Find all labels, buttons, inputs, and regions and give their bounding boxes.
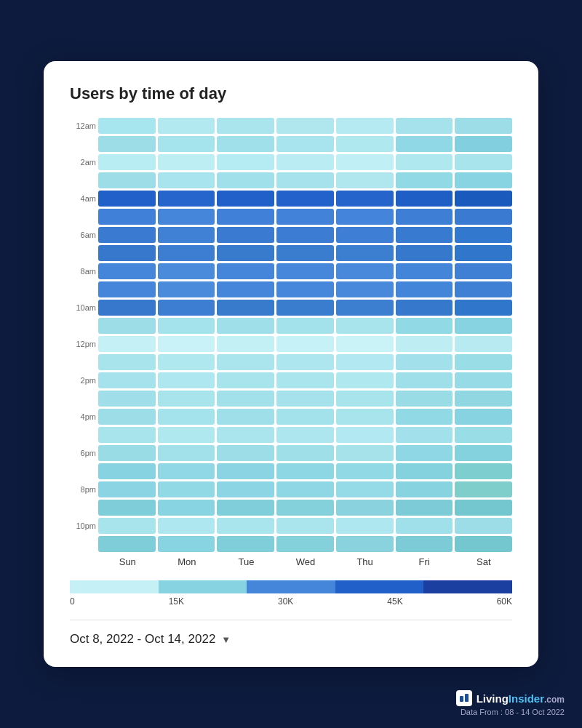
heatmap-cell [336, 172, 394, 188]
heatmap-cell [396, 354, 453, 370]
heatmap-cell [455, 209, 512, 225]
footer: LivingInsider.com Data From : 08 - 14 Oc… [456, 690, 565, 716]
heatmap-cell [217, 354, 274, 370]
heatmap-cell [276, 118, 334, 134]
heatmap-cell [396, 209, 453, 225]
heatmap-cell [455, 263, 512, 279]
heatmap-cell [217, 391, 274, 407]
heatmap-cell [396, 391, 453, 407]
heatmap-cell [455, 336, 512, 352]
heatmap-cell [396, 536, 453, 552]
heatmap-cell [396, 227, 453, 243]
svg-rect-0 [460, 696, 463, 702]
heatmap-row: 6pm [70, 445, 512, 461]
heatmap-cell [336, 154, 394, 170]
heatmap-cell [158, 409, 215, 425]
divider [70, 620, 512, 620]
heatmap-cell [98, 281, 156, 297]
x-axis-label: Tue [218, 556, 275, 567]
heatmap-cell [455, 463, 512, 479]
heatmap-cell [158, 463, 215, 479]
heatmap-cell [158, 427, 215, 443]
heatmap-cell [98, 209, 156, 225]
heatmap-cell [217, 172, 274, 188]
heatmap-cell [396, 318, 453, 334]
heatmap-cell [217, 336, 274, 352]
heatmap-row: 6am [70, 227, 512, 243]
heatmap-cell [98, 518, 156, 534]
heatmap-cell [98, 263, 156, 279]
heatmap-cell [217, 118, 274, 134]
heatmap-cell [158, 245, 215, 261]
heatmap-cell [158, 500, 215, 516]
heatmap-cell [217, 318, 274, 334]
date-range-text: Oct 8, 2022 - Oct 14, 2022 [70, 632, 215, 647]
heatmap-cell [396, 336, 453, 352]
heatmap-cell [217, 245, 274, 261]
heatmap-cell [158, 136, 215, 152]
heatmap-cell [336, 263, 394, 279]
y-axis-label: 12am [70, 121, 96, 130]
heatmap-cell [455, 227, 512, 243]
heatmap-cell [396, 118, 453, 134]
heatmap-row: 10am [70, 300, 512, 316]
heatmap-cell [158, 372, 215, 388]
heatmap-cell [336, 118, 394, 134]
heatmap-cell [98, 463, 156, 479]
heatmap-row: 2am [70, 154, 512, 170]
legend-labels: 015K30K45K60K [70, 596, 512, 607]
heatmap-cell [276, 536, 334, 552]
heatmap-cell [98, 227, 156, 243]
heatmap-cell [336, 391, 394, 407]
heatmap-cell [98, 118, 156, 134]
heatmap-cell [98, 318, 156, 334]
heatmap-cell [217, 227, 274, 243]
heatmap-cell [455, 300, 512, 316]
x-axis-label: Wed [277, 556, 335, 567]
heatmap-cell [396, 263, 453, 279]
legend-segment [247, 580, 335, 593]
heatmap-cell [336, 445, 394, 461]
heatmap-cell [276, 409, 334, 425]
heatmap-cell [336, 409, 394, 425]
brand-name: LivingInsider.com [477, 692, 565, 705]
heatmap-cell [396, 154, 453, 170]
heatmap-cell [455, 500, 512, 516]
chart-title: Users by time of day [70, 84, 512, 103]
heatmap-cell [158, 391, 215, 407]
heatmap-cell [158, 300, 215, 316]
heatmap-row: 2pm [70, 372, 512, 388]
y-axis-label: 10am [70, 303, 96, 312]
dropdown-arrow-icon[interactable]: ▼ [221, 634, 231, 645]
heatmap-row [70, 463, 512, 479]
heatmap-cell [98, 536, 156, 552]
heatmap-cell [336, 500, 394, 516]
heatmap-cell [158, 263, 215, 279]
heatmap-cell [336, 136, 394, 152]
y-axis-label: 2pm [70, 376, 96, 385]
heatmap-cell [158, 354, 215, 370]
heatmap-cell [158, 481, 215, 497]
heatmap-cell [396, 372, 453, 388]
heatmap-row [70, 245, 512, 261]
y-axis-label: 4pm [70, 412, 96, 421]
heatmap-cell [336, 463, 394, 479]
heatmap-cell [98, 136, 156, 152]
heatmap-cell [217, 481, 274, 497]
heatmap-row [70, 391, 512, 407]
heatmap-cell [217, 427, 274, 443]
heatmap-cell [217, 281, 274, 297]
y-axis-label: 8am [70, 267, 96, 276]
heatmap-row: 12am [70, 118, 512, 134]
heatmap-cell [98, 354, 156, 370]
heatmap-cell [98, 427, 156, 443]
heatmap-cell [455, 318, 512, 334]
heatmap-cell [396, 427, 453, 443]
heatmap-cell [396, 518, 453, 534]
heatmap-cell [396, 445, 453, 461]
heatmap-cell [336, 281, 394, 297]
heatmap-row: 12pm [70, 336, 512, 352]
heatmap-cell [158, 227, 215, 243]
heatmap-cell [217, 300, 274, 316]
date-range-row[interactable]: Oct 8, 2022 - Oct 14, 2022 ▼ [70, 632, 512, 647]
